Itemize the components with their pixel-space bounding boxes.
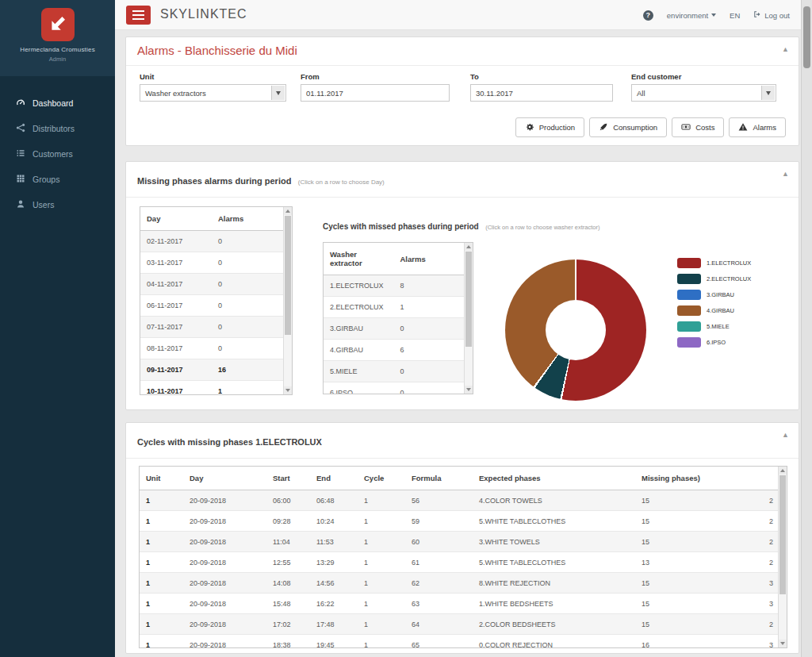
washer-extractor-row[interactable]: 1.ELECTROLUX8 (324, 275, 464, 297)
table-cell: 15 (635, 573, 730, 594)
column-header: Missing phases) (635, 467, 730, 490)
cycle-row: 120-09-201806:0006:481564.COLOR TOWELS15… (140, 490, 779, 511)
table-cell: 3 (730, 594, 779, 614)
collapse-chevron-icon[interactable]: ▲ (782, 431, 789, 439)
sidebar-item-label: Groups (33, 175, 59, 184)
day-row[interactable]: 09-11-201716 (140, 359, 283, 381)
language-selector[interactable]: EN (730, 11, 740, 20)
from-date-input[interactable] (301, 84, 450, 102)
hamburger-menu-icon[interactable] (126, 6, 151, 25)
unit-label: Unit (140, 72, 286, 81)
brand-block: Hermeclanda Cromusties Admin (0, 0, 115, 76)
sidebar-item-distributors[interactable]: Distributors (0, 116, 115, 141)
table-cell: 4.COLOR TOWELS (473, 490, 635, 511)
scroll-down-icon[interactable] (779, 640, 787, 647)
sidebar-item-users[interactable]: Users (0, 192, 115, 217)
washer-extractor-row[interactable]: 6.IPSO0 (324, 382, 464, 395)
table-cell: 1 (140, 511, 183, 532)
table-cell: 1 (140, 552, 183, 573)
scroll-up-icon[interactable] (779, 467, 787, 474)
sidebar-item-dashboard[interactable]: Dashboard (0, 90, 115, 116)
sidebar-item-label: Dashboard (33, 98, 73, 108)
table-cell: 15 (635, 511, 730, 532)
collapse-chevron-icon[interactable]: ▲ (782, 170, 789, 178)
day-row[interactable]: 04-11-20170 (140, 274, 283, 295)
day-row[interactable]: 10-11-20171 (140, 381, 283, 396)
table-cell: 6 (394, 340, 465, 361)
table-cell: 0 (212, 274, 283, 295)
legend-item: 5.MIELE (677, 318, 751, 334)
costs-button[interactable]: Costs (672, 117, 724, 137)
table-cell: 56 (405, 490, 473, 511)
sidebar-item-customers[interactable]: Customers (0, 141, 115, 167)
table-cell: 08-11-2017 (140, 338, 212, 359)
to-date-input[interactable] (470, 84, 613, 102)
sidebar-item-label: Users (33, 200, 54, 209)
table-cell: 0 (212, 317, 283, 338)
unit-select[interactable]: Washer extractors (140, 84, 286, 102)
table-cell: 8.WHITE REJECTION (473, 573, 635, 594)
end-customer-select[interactable]: All (631, 84, 776, 102)
day-row[interactable]: 07-11-20170 (140, 317, 283, 338)
legend-label: 6.IPSO (707, 339, 726, 346)
scroll-up-icon[interactable] (465, 243, 473, 251)
table-scrollbar[interactable] (464, 243, 473, 394)
logout-button[interactable]: Log out (753, 10, 790, 20)
sidebar-item-label: Customers (33, 149, 73, 159)
washer-extractor-row[interactable]: 3.GIRBAU0 (324, 318, 464, 340)
washer-extractor-row[interactable]: 2.ELECTROLUX1 (324, 297, 464, 318)
help-icon[interactable]: ? (643, 10, 653, 21)
table-cell: 1.ELECTROLUX (324, 275, 394, 297)
money-icon (681, 122, 691, 133)
washer-extractor-row[interactable]: 4.GIRBAU6 (324, 340, 464, 361)
table-cell: 6.IPSO (324, 382, 394, 395)
legend-swatch (677, 290, 701, 300)
washer-extractor-row[interactable]: 5.MIELE0 (324, 361, 464, 382)
table-cell: 12:55 (266, 552, 310, 573)
consumption-icon (599, 122, 608, 133)
table-cell: 11:53 (310, 532, 358, 552)
page-scrollbar[interactable] (801, 0, 812, 657)
table-cell: 20-09-2018 (183, 511, 266, 532)
cycles-missing-phases-panel: Cycles with missing phases 1.ELECTROLUX … (125, 422, 799, 654)
consumption-button[interactable]: Consumption (589, 117, 667, 137)
cycle-row: 120-09-201812:5513:291615.WHITE TABLECLO… (140, 552, 779, 573)
table-cell: 1 (140, 594, 183, 614)
from-label: From (301, 72, 450, 81)
table-cell: 1 (140, 614, 183, 635)
table-cell: 1 (140, 573, 183, 594)
table-scrollbar[interactable] (283, 207, 292, 394)
table-cell: 18:38 (266, 635, 310, 649)
day-row[interactable]: 06-11-20170 (140, 295, 283, 317)
company-logo[interactable] (41, 8, 75, 41)
day-row[interactable]: 03-11-20170 (140, 252, 283, 274)
table-cell: 19:45 (310, 635, 358, 649)
table-scrollbar[interactable] (778, 467, 787, 647)
page-scrollbar-thumb[interactable] (803, 6, 810, 68)
scroll-up-icon[interactable] (284, 207, 292, 215)
chart-legend: 1.ELECTROLUX2.ELECTROLUX3.GIRBAU4.GIRBAU… (677, 255, 751, 350)
table-cell: 0 (212, 231, 283, 252)
cycles-table: UnitDayStartEndCycleFormulaExpected phas… (139, 466, 787, 648)
column-header: End (310, 467, 358, 490)
brand-subtitle: Admin (0, 56, 115, 63)
table-cell: 17:02 (266, 614, 310, 635)
table-cell: 20-09-2018 (183, 532, 266, 552)
table-cell: 65 (405, 635, 473, 649)
chevron-down-icon (711, 13, 716, 17)
day-row[interactable]: 08-11-20170 (140, 338, 283, 359)
day-alarms-table: DayAlarms02-11-2017003-11-2017004-11-201… (140, 206, 293, 395)
table-cell: 20-09-2018 (183, 573, 266, 594)
environment-menu[interactable]: environment (667, 11, 716, 20)
collapse-chevron-icon[interactable]: ▲ (782, 45, 789, 53)
legend-swatch (677, 258, 701, 268)
sidebar-item-groups[interactable]: Groups (0, 167, 115, 192)
table-cell: 04-11-2017 (140, 274, 212, 295)
alarms-button[interactable]: Alarms (729, 117, 786, 137)
cycles-missed-title: Cycles with missed phases during period (323, 222, 479, 231)
select-arrow-icon (761, 86, 775, 100)
day-row[interactable]: 02-11-20170 (140, 231, 283, 252)
scroll-down-icon[interactable] (284, 386, 292, 394)
scroll-down-icon[interactable] (465, 386, 473, 394)
production-button[interactable]: Production (515, 117, 584, 137)
